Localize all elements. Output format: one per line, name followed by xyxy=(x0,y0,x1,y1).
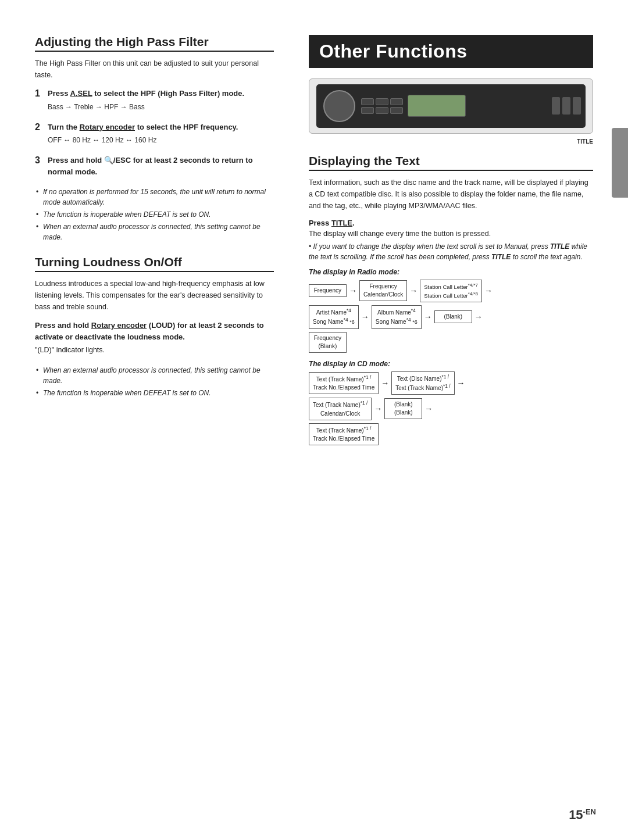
press-title-word: TITLE xyxy=(331,219,352,227)
flow-box-r3-1: Frequency(Blank) xyxy=(309,332,347,353)
device-btn-5 xyxy=(376,107,388,114)
loudness-step-text: Press and hold Rotary encoder (LOUD) for… xyxy=(35,320,274,342)
cd-flow-row-2: Text (Track Name)*1 /Calendar/Clock → (B… xyxy=(309,398,593,420)
radio-flow-row-3: Frequency(Blank) xyxy=(309,332,593,353)
step-number-2: 2 xyxy=(35,121,48,133)
device-display xyxy=(408,95,466,117)
loudness-bullets: When an external audio processor is conn… xyxy=(35,365,274,398)
flow-box-r1-3: Station Call Letter*4/*7Station Call Let… xyxy=(420,280,482,302)
step-1-flow: Bass → Treble → HPF → Bass xyxy=(48,102,274,112)
step-1-text: Press A.SEL to select the HPF (High Pass… xyxy=(48,88,274,99)
page-number: 15-EN xyxy=(569,807,596,823)
loudness-bullet-1: When an external audio processor is conn… xyxy=(35,365,274,386)
hpf-title: Adjusting the High Pass Filter xyxy=(35,35,274,51)
flow-box-r2-1: Artist Name*4Song Name*4 *6 xyxy=(309,305,359,329)
radio-flow-row-1: Frequency → FrequencyCalendar/Clock → St… xyxy=(309,280,593,302)
title-label: TITLE xyxy=(309,138,593,145)
device-buttons xyxy=(361,98,403,114)
hpf-step-3: 3 Press and hold 🔍/ESC for at least 2 se… xyxy=(35,155,274,180)
flow-arrow-r1-3: → xyxy=(484,286,493,295)
flow-arrow-r1-1: → xyxy=(349,286,357,295)
flow-box-r1-1: Frequency xyxy=(309,284,347,297)
displaying-intro: Text information, such as the disc name … xyxy=(309,177,593,212)
flow-arrow-r2-2: → xyxy=(424,312,432,321)
step-3-content: Press and hold 🔍/ESC for at least 2 seco… xyxy=(48,155,274,180)
flow-box-r2-3: (Blank) xyxy=(434,310,472,323)
flow-arrow-r2-1: → xyxy=(361,312,369,321)
flow-box-r1-2: FrequencyCalendar/Clock xyxy=(359,280,407,301)
displaying-title: Displaying the Text xyxy=(309,154,593,170)
device-rbtn-1 xyxy=(552,97,560,115)
device-btn-6 xyxy=(390,107,403,114)
page-num-suffix: -EN xyxy=(583,807,596,816)
flow-arrow-c2-2: → xyxy=(424,404,433,413)
flow-box-r2-2: Album Name*4Song Name*4 *6 xyxy=(372,305,422,329)
right-column: Other Functions xyxy=(297,35,593,805)
loudness-title-wrap: Turning Loudness On/Off xyxy=(35,255,274,272)
loudness-step: Press and hold Rotary encoder (LOUD) for… xyxy=(35,320,274,358)
side-tab xyxy=(612,128,628,198)
other-functions-header: Other Functions xyxy=(309,35,593,68)
step-1-content: Press A.SEL to select the HPF (High Pass… xyxy=(48,88,274,115)
radio-flow-row-2: Artist Name*4Song Name*4 *6 → Album Name… xyxy=(309,305,593,329)
device-btn-4 xyxy=(361,107,374,114)
cd-mode-label: The display in CD mode: xyxy=(309,360,593,368)
step-2-flow: OFF ↔ 80 Hz ↔ 120 Hz ↔ 160 Hz xyxy=(48,135,274,145)
press-title: Press TITLE. xyxy=(309,219,593,227)
flow-arrow-r2-3: → xyxy=(474,312,483,321)
hpf-section: Adjusting the High Pass Filter The High … xyxy=(35,35,274,242)
displaying-title-wrap: Displaying the Text xyxy=(309,154,593,171)
left-column: Adjusting the High Pass Filter The High … xyxy=(35,35,297,805)
step-number-3: 3 xyxy=(35,155,48,166)
device-knob xyxy=(323,90,355,122)
device-right-buttons xyxy=(552,97,581,115)
flow-arrow-r1-2: → xyxy=(409,286,418,295)
hpf-title-wrap: Adjusting the High Pass Filter xyxy=(35,35,274,52)
device-btn-1 xyxy=(361,98,374,105)
radio-mode-label: The display in Radio mode: xyxy=(309,268,593,276)
ld-indicator: "(LD)" indicator lights. xyxy=(35,345,274,356)
flow-box-c3-1: Text (Track Name)*1 /Track No./Elapsed T… xyxy=(309,423,379,445)
display-note: • If you want to change the display when… xyxy=(309,241,593,262)
hpf-bullet-3: When an external audio processor is conn… xyxy=(35,221,274,242)
step-2-text: Turn the Rotary encoder to select the HP… xyxy=(48,121,274,133)
loudness-step-content: Press and hold Rotary encoder (LOUD) for… xyxy=(35,320,274,358)
device-btn-2 xyxy=(376,98,388,105)
step-3-text: Press and hold 🔍/ESC for at least 2 seco… xyxy=(48,155,274,177)
flow-box-c1-2: Text (Disc Name)*1 /Text (Track Name)*1 … xyxy=(391,371,454,395)
hpf-bullet-2: The function is inoperable when DEFEAT i… xyxy=(35,209,274,220)
cd-flow-row-1: Text (Track Name)*1 /Track No./Elapsed T… xyxy=(309,371,593,395)
device-btn-3 xyxy=(390,98,403,105)
flow-arrow-c1-2: → xyxy=(457,378,465,388)
flow-box-c2-1: Text (Track Name)*1 /Calendar/Clock xyxy=(309,398,372,420)
hpf-intro: The High Pass Filter on this unit can be… xyxy=(35,58,274,81)
hpf-bullets: If no operation is performed for 15 seco… xyxy=(35,187,274,242)
loudness-section: Turning Loudness On/Off Loudness introdu… xyxy=(35,255,274,398)
flow-box-c2-2: (Blank)(Blank) xyxy=(384,398,422,419)
cd-flow-row-3: Text (Track Name)*1 /Track No./Elapsed T… xyxy=(309,423,593,445)
device-rbtn-2 xyxy=(562,97,570,115)
hpf-step-1: 1 Press A.SEL to select the HPF (High Pa… xyxy=(35,88,274,115)
hpf-bullet-1: If no operation is performed for 15 seco… xyxy=(35,187,274,208)
page-num-main: 15 xyxy=(569,807,583,822)
hpf-step-2: 2 Turn the Rotary encoder to select the … xyxy=(35,121,274,148)
press-desc: The display will change every time the b… xyxy=(309,230,593,238)
step-2-content: Turn the Rotary encoder to select the HP… xyxy=(48,121,274,148)
flow-box-c1-1: Text (Track Name)*1 /Track No./Elapsed T… xyxy=(309,372,379,394)
flow-arrow-c1-1: → xyxy=(381,378,389,388)
loudness-intro: Loudness introduces a special low-and hi… xyxy=(35,278,274,313)
displaying-section: Displaying the Text Text information, su… xyxy=(309,154,593,445)
device-inner xyxy=(316,84,586,127)
step-number-1: 1 xyxy=(35,88,48,99)
loudness-bullet-2: The function is inoperable when DEFEAT i… xyxy=(35,388,274,398)
loudness-title: Turning Loudness On/Off xyxy=(35,255,274,271)
flow-arrow-c2-1: → xyxy=(374,404,382,413)
device-image xyxy=(309,78,593,134)
device-rbtn-3 xyxy=(573,97,581,115)
page-container: Adjusting the High Pass Filter The High … xyxy=(0,0,628,840)
